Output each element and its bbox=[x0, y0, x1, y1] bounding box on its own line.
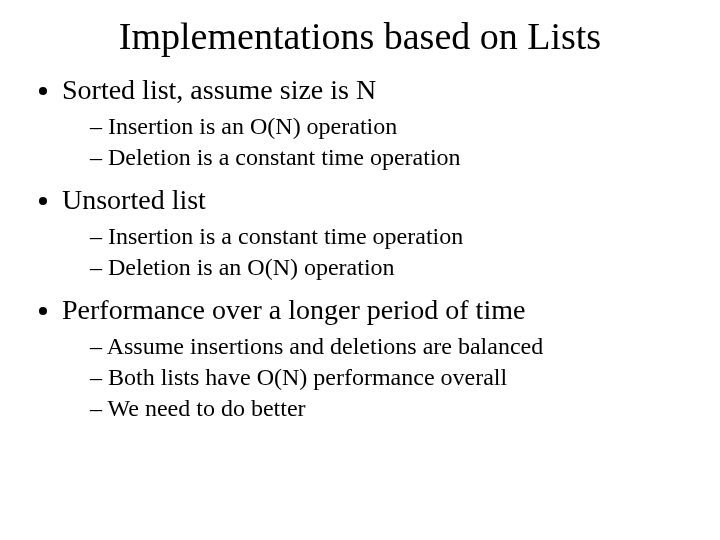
sub-list: Insertion is an O(N) operation Deletion … bbox=[62, 111, 690, 172]
bullet-list: Sorted list, assume size is N Insertion … bbox=[30, 72, 690, 423]
bullet-text: Unsorted list bbox=[62, 184, 206, 215]
list-item: Performance over a longer period of time… bbox=[62, 292, 690, 423]
bullet-text: Performance over a longer period of time bbox=[62, 294, 525, 325]
sub-item: Both lists have O(N) performance overall bbox=[90, 362, 690, 392]
sub-list: Insertion is a constant time operation D… bbox=[62, 221, 690, 282]
sub-list: Assume insertions and deletions are bala… bbox=[62, 331, 690, 423]
bullet-text: Sorted list, assume size is N bbox=[62, 74, 376, 105]
sub-item: Insertion is a constant time operation bbox=[90, 221, 690, 251]
sub-item: Deletion is an O(N) operation bbox=[90, 252, 690, 282]
slide-title: Implementations based on Lists bbox=[30, 14, 690, 58]
list-item: Unsorted list Insertion is a constant ti… bbox=[62, 182, 690, 282]
slide: Implementations based on Lists Sorted li… bbox=[0, 0, 720, 453]
sub-item: Assume insertions and deletions are bala… bbox=[90, 331, 690, 361]
list-item: Sorted list, assume size is N Insertion … bbox=[62, 72, 690, 172]
sub-item: We need to do better bbox=[90, 393, 690, 423]
sub-item: Deletion is a constant time operation bbox=[90, 142, 690, 172]
sub-item: Insertion is an O(N) operation bbox=[90, 111, 690, 141]
